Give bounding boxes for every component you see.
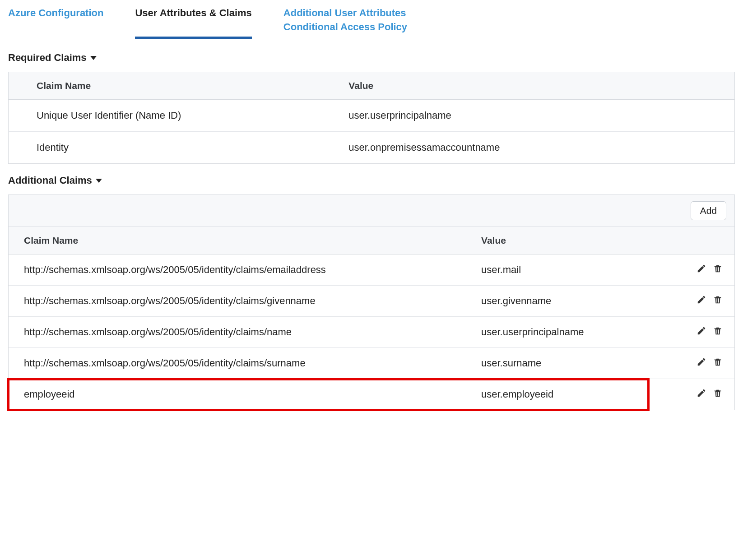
required-col-name: Claim Name	[9, 72, 321, 99]
table-row: http://schemas.xmlsoap.org/ws/2005/05/id…	[9, 254, 734, 285]
edit-icon[interactable]	[697, 388, 706, 401]
tab-additional-user-attributes-label: Additional User Attributes	[283, 6, 407, 20]
add-claim-button[interactable]: Add	[691, 201, 726, 220]
delete-icon[interactable]	[713, 295, 723, 307]
claim-value-cell: user.mail	[466, 254, 647, 285]
edit-icon[interactable]	[697, 326, 706, 338]
edit-icon[interactable]	[697, 264, 706, 276]
claim-value-cell: user.employeeid	[466, 379, 647, 410]
edit-icon[interactable]	[697, 357, 706, 370]
section-required-claims-label: Required Claims	[8, 52, 87, 64]
table-row: http://schemas.xmlsoap.org/ws/2005/05/id…	[9, 347, 734, 379]
claim-value-cell: user.givenname	[466, 285, 647, 316]
additional-col-value: Value	[466, 227, 647, 255]
chevron-down-icon	[96, 179, 102, 183]
delete-icon[interactable]	[713, 264, 723, 276]
delete-icon[interactable]	[713, 388, 723, 401]
additional-claims-table: Claim Name Value http://schemas.xmlsoap.…	[9, 227, 734, 410]
required-claims-table: Claim Name Value Unique User Identifier …	[8, 72, 735, 164]
table-row: employeeid user.employeeid	[9, 379, 734, 410]
table-row: Unique User Identifier (Name ID) user.us…	[9, 99, 735, 131]
tab-azure-configuration[interactable]: Azure Configuration	[8, 5, 103, 39]
claim-name-cell: http://schemas.xmlsoap.org/ws/2005/05/id…	[9, 254, 466, 285]
claim-name-cell: Unique User Identifier (Name ID)	[9, 99, 321, 131]
required-col-value: Value	[320, 72, 734, 99]
section-required-claims-toggle[interactable]: Required Claims	[8, 52, 735, 64]
tab-bar: Azure Configuration User Attributes & Cl…	[8, 5, 735, 39]
section-additional-claims-label: Additional Claims	[8, 175, 92, 186]
claim-name-cell: http://schemas.xmlsoap.org/ws/2005/05/id…	[9, 316, 466, 347]
tab-additional-conditional[interactable]: Additional User Attributes Conditional A…	[283, 5, 407, 39]
claim-value-cell: user.userprincipalname	[466, 316, 647, 347]
claim-name-cell: http://schemas.xmlsoap.org/ws/2005/05/id…	[9, 285, 466, 316]
claim-name-cell: Identity	[9, 131, 321, 163]
delete-icon[interactable]	[713, 357, 723, 370]
chevron-down-icon	[90, 56, 97, 60]
section-additional-claims-toggle[interactable]: Additional Claims	[8, 175, 735, 186]
claim-name-cell: employeeid	[9, 379, 466, 410]
additional-toolbar: Add	[9, 195, 734, 227]
tab-user-attributes-claims[interactable]: User Attributes & Claims	[135, 5, 251, 39]
claim-value-cell: user.surname	[466, 347, 647, 379]
claim-value-cell: user.userprincipalname	[320, 99, 734, 131]
claim-name-cell: http://schemas.xmlsoap.org/ws/2005/05/id…	[9, 347, 466, 379]
delete-icon[interactable]	[713, 326, 723, 338]
table-row: http://schemas.xmlsoap.org/ws/2005/05/id…	[9, 285, 734, 316]
additional-claims-panel: Add Claim Name Value http://schemas.xmls…	[8, 194, 735, 410]
table-row: Identity user.onpremisessamaccountname	[9, 131, 735, 163]
claim-value-cell: user.onpremisessamaccountname	[320, 131, 734, 163]
additional-col-name: Claim Name	[9, 227, 466, 255]
additional-col-actions	[647, 227, 734, 255]
table-row: http://schemas.xmlsoap.org/ws/2005/05/id…	[9, 316, 734, 347]
tab-conditional-access-policy-label: Conditional Access Policy	[283, 20, 407, 34]
edit-icon[interactable]	[697, 295, 706, 307]
